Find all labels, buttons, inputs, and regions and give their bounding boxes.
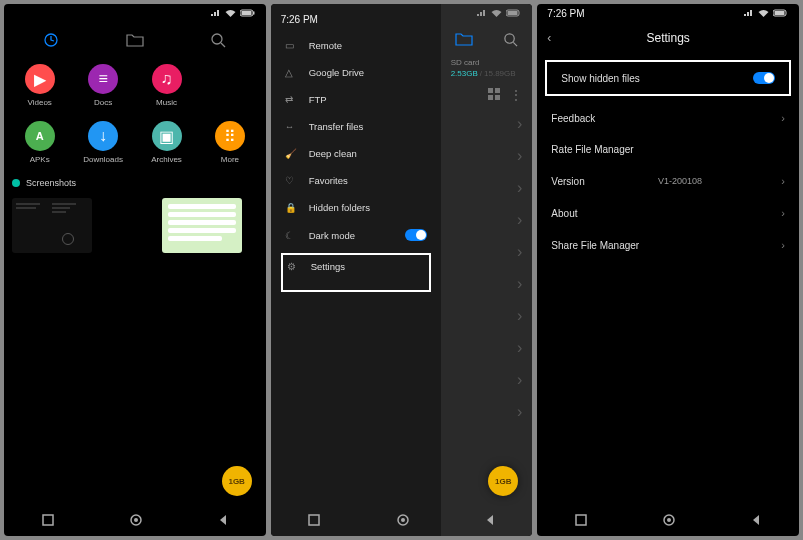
drawer-item-settings[interactable]: ⚙Settings xyxy=(281,253,431,292)
row-feedback[interactable]: Feedback › xyxy=(537,102,799,134)
page-title: Settings xyxy=(537,31,799,45)
phone-screen-1: ▶Videos ≡Docs ♫Music AAPKs ↓Downloads ▣A… xyxy=(4,4,266,536)
svg-rect-14 xyxy=(495,95,500,100)
row-version[interactable]: Version V1-200108 › xyxy=(537,165,799,197)
chevron-right-icon: › xyxy=(781,207,785,219)
top-tab-row xyxy=(4,22,266,58)
list-item[interactable]: › xyxy=(451,300,523,332)
left-drawer: 7:26 PM ▭Remote △Google Drive ⇄FTP ↔Tran… xyxy=(271,4,441,536)
category-more[interactable]: ⠿More xyxy=(202,121,257,164)
nav-back-icon[interactable] xyxy=(751,514,761,526)
statusbar: 7:26 PM xyxy=(537,4,799,22)
drawer-item-favorites[interactable]: ♡Favorites xyxy=(271,167,441,194)
list-item[interactable]: › xyxy=(451,108,523,140)
remote-icon: ▭ xyxy=(285,40,299,51)
battery-icon xyxy=(240,9,256,17)
phone-screen-3: 7:26 PM ‹ Settings Show hidden files Fee… xyxy=(537,4,799,536)
category-docs[interactable]: ≡Docs xyxy=(75,64,130,107)
list-item[interactable]: › xyxy=(451,332,523,364)
thumbnail-item[interactable] xyxy=(12,198,92,253)
search-icon[interactable] xyxy=(210,32,226,48)
battery-icon xyxy=(506,9,522,17)
category-downloads[interactable]: ↓Downloads xyxy=(75,121,130,164)
svg-point-22 xyxy=(667,518,671,522)
row-about[interactable]: About › xyxy=(537,197,799,229)
battery-icon xyxy=(773,9,789,17)
drawer-item-hidden[interactable]: 🔒Hidden folders xyxy=(271,194,441,221)
storage-info[interactable]: SD card 2.53GB/15.89GB xyxy=(441,56,533,88)
status-time: 7:26 PM xyxy=(547,8,584,19)
signal-icon xyxy=(211,9,221,17)
row-show-hidden-files[interactable]: Show hidden files xyxy=(545,60,791,96)
svg-rect-11 xyxy=(488,88,493,93)
tab-folder[interactable] xyxy=(455,32,473,46)
tab-folder[interactable] xyxy=(126,33,144,47)
drawer-item-dark-mode[interactable]: ☾Dark mode xyxy=(271,221,441,249)
nav-home-icon[interactable] xyxy=(662,513,676,527)
drawer-item-google-drive[interactable]: △Google Drive xyxy=(271,59,441,86)
background-content: SD card 2.53GB/15.89GB ⋮ › › › › › › › ›… xyxy=(441,4,533,536)
system-nav xyxy=(4,504,266,536)
list-item[interactable]: › xyxy=(451,140,523,172)
ftp-icon: ⇄ xyxy=(285,94,299,105)
row-label: About xyxy=(551,208,577,219)
category-apks[interactable]: AAPKs xyxy=(12,121,67,164)
wifi-icon xyxy=(225,9,236,17)
list-item[interactable]: › xyxy=(451,236,523,268)
svg-rect-9 xyxy=(508,11,518,15)
list-item[interactable]: › xyxy=(451,268,523,300)
back-icon[interactable]: ‹ xyxy=(547,31,551,45)
svg-point-10 xyxy=(505,33,514,42)
section-dot-icon xyxy=(12,179,20,187)
thumbnail-item[interactable] xyxy=(162,198,242,253)
nav-home-icon[interactable] xyxy=(129,513,143,527)
drawer-item-deep-clean[interactable]: 🧹Deep clean xyxy=(271,140,441,167)
list-item[interactable]: › xyxy=(451,364,523,396)
settings-header: ‹ Settings xyxy=(537,22,799,54)
clean-icon: 🧹 xyxy=(285,148,299,159)
signal-icon xyxy=(744,9,754,17)
darkmode-icon: ☾ xyxy=(285,230,299,241)
category-music[interactable]: ♫Music xyxy=(139,64,194,107)
nav-back-icon[interactable] xyxy=(218,514,228,526)
svg-rect-1 xyxy=(253,12,255,15)
phone-screen-2: SD card 2.53GB/15.89GB ⋮ › › › › › › › ›… xyxy=(271,4,533,536)
row-share[interactable]: Share File Manager › xyxy=(537,229,799,261)
drawer-item-transfer[interactable]: ↔Transfer files xyxy=(271,113,441,140)
nav-recents-icon[interactable] xyxy=(575,514,587,526)
drawer-item-ftp[interactable]: ⇄FTP xyxy=(271,86,441,113)
nav-recents-icon[interactable] xyxy=(42,514,54,526)
list-item[interactable]: › xyxy=(451,172,523,204)
category-archives[interactable]: ▣Archives xyxy=(139,121,194,164)
more-menu-icon[interactable]: ⋮ xyxy=(510,88,522,102)
svg-rect-2 xyxy=(241,11,251,15)
section-screenshots[interactable]: Screenshots xyxy=(4,174,266,192)
toggle-on[interactable] xyxy=(405,229,427,241)
svg-point-7 xyxy=(134,518,138,522)
nav-back-icon[interactable] xyxy=(485,514,495,526)
search-icon[interactable] xyxy=(503,32,518,47)
drawer-item-remote[interactable]: ▭Remote xyxy=(271,32,441,59)
storage-fab[interactable]: 1GB xyxy=(222,466,252,496)
chevron-right-icon: › xyxy=(781,112,785,124)
nav-home-icon[interactable] xyxy=(396,513,410,527)
category-grid: ▶Videos ≡Docs ♫Music AAPKs ↓Downloads ▣A… xyxy=(4,58,266,174)
tab-recent[interactable] xyxy=(43,32,59,48)
category-videos[interactable]: ▶Videos xyxy=(12,64,67,107)
row-value: V1-200108 xyxy=(658,176,702,186)
grid-view-icon[interactable] xyxy=(488,88,500,102)
row-label: Show hidden files xyxy=(561,73,639,84)
list-item[interactable]: › xyxy=(451,204,523,236)
transfer-icon: ↔ xyxy=(285,121,299,132)
signal-icon xyxy=(477,9,487,17)
section-title: Screenshots xyxy=(26,178,76,188)
svg-rect-20 xyxy=(576,515,586,525)
toggle-on[interactable] xyxy=(753,72,775,84)
row-label: Feedback xyxy=(551,113,595,124)
list-item[interactable]: › xyxy=(451,396,523,428)
status-time: 7:26 PM xyxy=(281,14,318,25)
storage-fab[interactable]: 1GB xyxy=(488,466,518,496)
nav-recents-icon[interactable] xyxy=(308,514,320,526)
chevron-right-icon: › xyxy=(781,175,785,187)
row-rate[interactable]: Rate File Manager xyxy=(537,134,799,165)
